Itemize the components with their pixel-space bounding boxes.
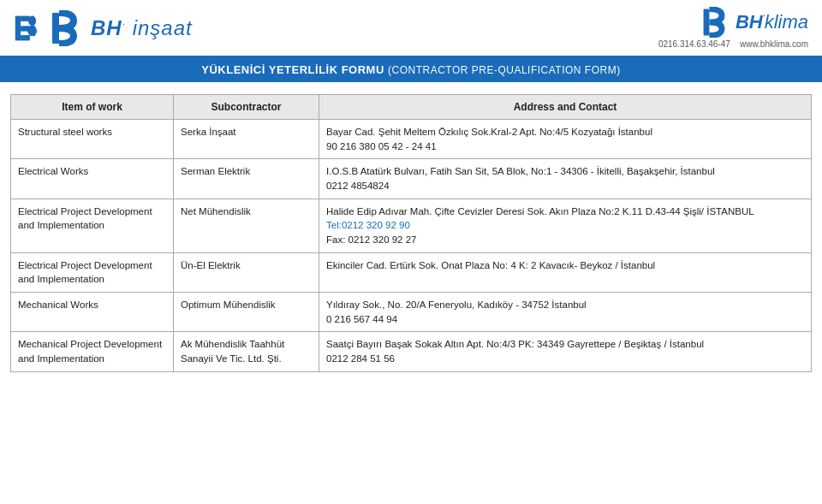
svg-point-6 xyxy=(28,15,36,26)
table-row: Electrical Works Serman Elektrik I.O.S.B… xyxy=(11,159,812,199)
item-mechanical-works: Mechanical Works xyxy=(11,293,174,332)
sub-ak-muhendislik: Ak Mühendislik Taahhüt Sanayii Ve Tic. L… xyxy=(174,332,319,371)
title-main: YÜKLENİCİ YETERLİLİK FORMU xyxy=(201,63,384,76)
addr-net: Halide Edip Adıvar Mah. Çifte Cevizler D… xyxy=(319,199,812,252)
svg-rect-0 xyxy=(15,15,21,40)
table-row: Mechanical Project Development and Imple… xyxy=(11,332,812,371)
main-content: Item of work Subcontractor Address and C… xyxy=(0,82,822,379)
addr-ak: Saatçi Bayırı Başak Sokak Altın Apt. No:… xyxy=(319,332,812,371)
addr-serman: I.O.S.B Atatürk Bulvarı, Fatih San Sit, … xyxy=(319,159,812,199)
item-electrical-project-1: Electrical Project Development and Imple… xyxy=(11,199,174,252)
svg-point-7 xyxy=(27,26,37,36)
item-electrical-works: Electrical Works xyxy=(11,159,174,199)
addr-serka: Bayar Cad. Şehit Meltem Özkılıç Sok.Kral… xyxy=(319,120,812,159)
svg-rect-8 xyxy=(52,13,59,44)
bh-insaat-icon xyxy=(14,13,45,44)
title-sub: (CONTRACTOR PRE-QUALIFICATION FORM) xyxy=(388,64,621,76)
table-row: Structural steel works Serka İnşaat Baya… xyxy=(11,120,812,159)
addr-unel: Ekinciler Cad. Ertürk Sok. Onat Plaza No… xyxy=(319,252,812,292)
sub-optimum-muhendislik: Optimum Mühendislik xyxy=(174,293,319,332)
table-row: Electrical Project Development and Imple… xyxy=(11,199,812,252)
logo-bh-klima: BH'klima 0216.314.63.46-47 www.bhklima.c… xyxy=(658,7,808,49)
bh-insaat-text: BH· inşaat xyxy=(91,16,193,40)
tel-link-net[interactable]: Tel:0212 320 92 90 xyxy=(326,220,410,230)
qualification-table: Item of work Subcontractor Address and C… xyxy=(10,94,812,372)
table-row: Mechanical Works Optimum Mühendislik Yıl… xyxy=(11,293,812,332)
addr-optimum: Yıldıray Sok., No. 20/A Feneryolu, Kadık… xyxy=(319,293,812,332)
svg-rect-9 xyxy=(704,9,710,36)
logo-bh-insaat: BH· inşaat xyxy=(14,10,193,46)
bh-insaat-logo-icon xyxy=(50,10,86,46)
svg-rect-3 xyxy=(21,35,30,40)
item-mechanical-project: Mechanical Project Development and Imple… xyxy=(11,332,174,371)
col-header-subcontractor: Subcontractor xyxy=(174,95,319,120)
klima-web: www.bhklima.com xyxy=(740,39,808,49)
col-header-item: Item of work xyxy=(11,95,174,120)
col-header-address: Address and Contact xyxy=(319,95,812,120)
table-row: Electrical Project Development and Imple… xyxy=(11,252,812,292)
klima-brand: BH'klima xyxy=(701,7,808,38)
klima-contact: 0216.314.63.46-47 www.bhklima.com xyxy=(658,39,808,49)
table-header-row: Item of work Subcontractor Address and C… xyxy=(11,95,812,120)
klima-text: BH'klima xyxy=(736,11,808,33)
item-electrical-project-2: Electrical Project Development and Imple… xyxy=(11,252,174,292)
sub-serman-elektrik: Serman Elektrik xyxy=(174,159,319,199)
title-bar: YÜKLENİCİ YETERLİLİK FORMU (CONTRACTOR P… xyxy=(0,57,822,82)
bh-klima-icon xyxy=(701,7,732,38)
sub-serka-insaat: Serka İnşaat xyxy=(174,120,319,159)
sub-net-muhendislik: Net Mühendislik xyxy=(174,199,319,252)
item-structural-steel: Structural steel works xyxy=(11,120,174,159)
klima-phone: 0216.314.63.46-47 xyxy=(658,39,730,49)
page-header: BH· inşaat BH'klima 0216.314.63.46-47 ww… xyxy=(0,0,822,57)
sub-unel-elektrik: Ün-El Elektrik xyxy=(174,252,319,292)
